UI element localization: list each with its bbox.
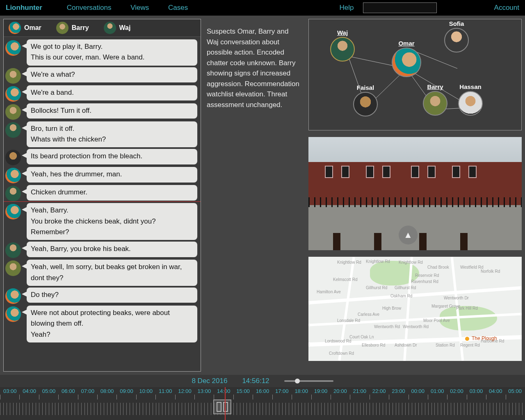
hour-label: 23:00 <box>392 388 405 394</box>
participant-waj[interactable]: Waj <box>104 22 131 34</box>
timeline-date: 8 Dec 2016 <box>192 377 227 385</box>
relationship-graph[interactable]: Waj Omar Sofia Faisal Barry Hassan <box>308 19 522 130</box>
map-panel[interactable]: Knightlow RdKnightlow RdKnightlow RdWest… <box>308 257 522 361</box>
message-bubble: Do they? <box>27 288 197 303</box>
message-row[interactable]: Yeah, Barry, you broke his beak. <box>5 242 197 258</box>
conversation-panel: OmarBarryWaj We got to play it, Barry.Th… <box>3 19 201 372</box>
message-row[interactable]: Its beard protection from the bleach. <box>5 149 197 165</box>
message-row[interactable]: Bollocks! Turn it off. <box>5 103 197 120</box>
hour-label: 18:00 <box>294 388 308 394</box>
message-row[interactable]: We're a what? <box>5 67 197 84</box>
message-row[interactable]: Yeah, well, Im sorry, but beaks get brok… <box>5 260 197 286</box>
map-road-label: Kelmscott Rd <box>333 277 357 282</box>
hour-label: 11:00 <box>159 388 172 394</box>
hour-label: 04:00 <box>23 388 36 394</box>
hour-label: 05:00 <box>508 388 522 394</box>
message-bubble: Bro, turn it off.Whats with the chicken? <box>27 121 197 148</box>
graph-node-barry[interactable]: Barry <box>423 83 447 117</box>
map-road-label: Croftdown Rd <box>329 351 354 356</box>
hour-label: 17:00 <box>275 388 289 394</box>
avatar-omar <box>5 40 21 56</box>
map-road-label: Moor Pool Ave <box>423 318 450 323</box>
timeline-playhead[interactable] <box>225 387 226 420</box>
participant-label: Omar <box>24 24 41 32</box>
hour-label: 12:00 <box>178 388 192 394</box>
map-road-label: Ellesboro Rd <box>362 343 385 347</box>
map-road-label: Chad Brook <box>427 265 449 269</box>
map-road-label: Gillhurst Rd <box>366 285 387 290</box>
avatar-barry <box>56 22 68 34</box>
map-road-label: High Brow <box>382 306 401 310</box>
nav-views[interactable]: Views <box>130 4 149 11</box>
map-road-label: Knightlow Rd <box>399 260 423 265</box>
playhead-marker-line <box>4 201 201 202</box>
hour-label: 19:00 <box>314 388 328 394</box>
map-road-label: Knightlow Rd <box>337 260 361 265</box>
hour-label: 01:00 <box>431 388 444 394</box>
timeline-ruler[interactable]: 03:0004:0005:0006:0007:0008:0009:0010:00… <box>0 387 525 420</box>
nav-conversations[interactable]: Conversations <box>67 4 112 11</box>
streetview-forward-icon[interactable]: ▲ <box>399 226 418 244</box>
avatar-omar <box>5 86 21 102</box>
hour-label: 04:00 <box>489 388 502 394</box>
map-road-label: Regent Rd <box>460 343 480 347</box>
streetview-panel[interactable]: ▲ <box>308 137 522 250</box>
map-road-label: Wentworth Dr <box>444 296 469 300</box>
graph-node-hassan[interactable]: Hassan <box>458 83 483 117</box>
hour-label: 21:00 <box>353 388 366 394</box>
map-road-label: Ashdown Dr <box>395 343 417 347</box>
message-row[interactable]: Were not about protecting beaks, were ab… <box>5 306 197 342</box>
participant-omar[interactable]: Omar <box>9 22 41 34</box>
avatar-faisal <box>5 150 21 165</box>
avatar-omar <box>5 168 21 183</box>
avatar-barry <box>423 91 447 116</box>
message-bubble: We got to play it, Barry.This is our cov… <box>27 39 197 66</box>
hour-label: 03:00 <box>3 388 17 394</box>
graph-node-faisal[interactable]: Faisal <box>353 84 378 118</box>
graph-node-waj[interactable]: Waj <box>330 29 355 63</box>
message-row[interactable]: Bro, turn it off.Whats with the chicken? <box>5 121 197 148</box>
map-road-label: Westfield Rd <box>460 265 484 269</box>
hour-label: 05:00 <box>42 388 56 394</box>
map-road-label: Norfolk Rd <box>481 269 500 274</box>
message-bubble: Yeah, Barry.You broke the chickens beak,… <box>27 203 197 240</box>
hour-label: 16:00 <box>256 388 269 394</box>
avatar-waj <box>5 122 21 138</box>
messages-list[interactable]: We got to play it, Barry.This is our cov… <box>4 37 201 371</box>
search-input[interactable] <box>363 2 437 13</box>
map-road-label: Knightlow Rd <box>366 259 390 264</box>
message-row[interactable]: Yeah, hes the drummer, man. <box>5 167 197 183</box>
message-row[interactable]: We're a band. <box>5 85 197 102</box>
hour-label: 08:00 <box>100 388 114 394</box>
message-row[interactable]: We got to play it, Barry.This is our cov… <box>5 39 197 66</box>
case-summary: Suspects Omar, Barry and Waj conversatio… <box>207 19 303 372</box>
message-row[interactable]: Chicken drummer. <box>5 185 197 201</box>
nav-account[interactable]: Account <box>494 4 519 12</box>
hour-label: 13:00 <box>198 388 211 394</box>
participant-label: Waj <box>119 24 131 32</box>
hour-label: 03:00 <box>470 388 483 394</box>
nav-cases[interactable]: Cases <box>168 4 188 11</box>
message-bubble: Its beard protection from the bleach. <box>27 149 197 164</box>
avatar-omar <box>392 48 421 77</box>
zoom-slider-knob[interactable] <box>295 379 300 383</box>
timeline-window[interactable] <box>213 399 231 414</box>
avatar-omar <box>9 22 21 34</box>
participant-barry[interactable]: Barry <box>56 22 89 34</box>
map-road-label: Oakham Rd <box>390 294 412 298</box>
zoom-slider[interactable] <box>284 380 333 382</box>
avatar-barry <box>5 104 21 120</box>
map-road-label: Reservoir Rd <box>415 273 439 278</box>
graph-node-sofia[interactable]: Sofia <box>444 20 469 54</box>
hour-label: 02:00 <box>450 388 463 394</box>
top-bar: Lionhunter Conversations Views Cases Hel… <box>0 0 525 16</box>
hour-label: 07:00 <box>81 388 94 394</box>
hour-label: 09:00 <box>120 388 133 394</box>
participants-bar: OmarBarryWaj <box>4 19 201 37</box>
map-poi[interactable]: The Plough <box>464 336 497 342</box>
message-row[interactable]: Yeah, Barry.You broke the chickens beak,… <box>5 203 197 240</box>
graph-node-omar[interactable]: Omar <box>392 40 421 79</box>
message-row[interactable]: Do they? <box>5 288 197 304</box>
nav-help[interactable]: Help <box>340 4 354 12</box>
message-bubble: Chicken drummer. <box>27 185 197 200</box>
